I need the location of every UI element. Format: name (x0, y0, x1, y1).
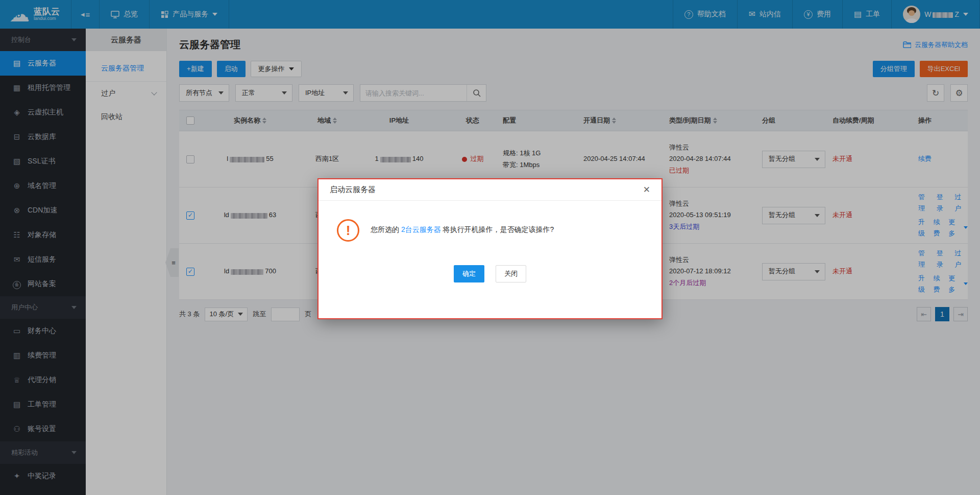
close-icon[interactable]: ✕ (643, 184, 650, 195)
dialog-title: 启动云服务器 (330, 185, 376, 195)
confirm-button[interactable]: 确定 (454, 265, 484, 282)
cancel-button[interactable]: 关闭 (496, 265, 526, 282)
selected-servers-link[interactable]: 2台云服务器 (401, 225, 441, 233)
start-server-dialog: 启动云服务器 ✕ ! 您所选的 2台云服务器 将执行开机操作，是否确定该操作? … (317, 178, 663, 319)
warning-icon: ! (337, 219, 359, 242)
dialog-message: 您所选的 2台云服务器 将执行开机操作，是否确定该操作? (371, 225, 554, 234)
